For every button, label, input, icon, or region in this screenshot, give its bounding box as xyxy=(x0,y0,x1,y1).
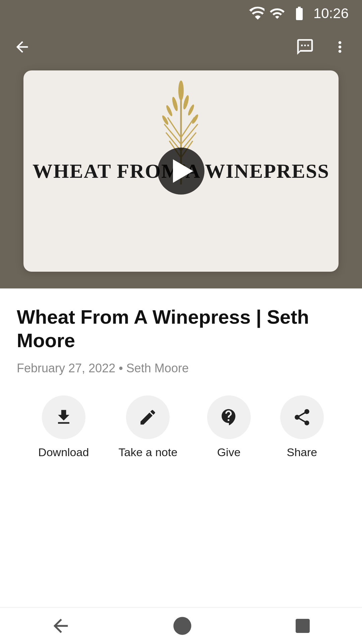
status-icons: 10:26 xyxy=(248,5,349,21)
wifi-icon xyxy=(248,5,264,21)
battery-icon xyxy=(290,5,309,21)
svg-rect-18 xyxy=(296,619,310,633)
share-icon xyxy=(292,408,312,427)
actions-row: Download Take a note Give xyxy=(17,395,345,459)
svg-line-1 xyxy=(168,117,181,138)
play-button[interactable] xyxy=(158,148,204,195)
sermon-author: Seth Moore xyxy=(126,361,189,375)
download-circle xyxy=(42,395,85,439)
nav-bar xyxy=(0,27,362,67)
download-icon xyxy=(54,408,73,427)
bottom-nav-bar xyxy=(0,607,362,644)
svg-point-10 xyxy=(171,96,179,112)
share-action[interactable]: Share xyxy=(280,395,324,459)
svg-point-9 xyxy=(178,80,184,101)
svg-point-12 xyxy=(165,105,173,117)
svg-point-13 xyxy=(187,104,195,116)
video-container: WHEAT FROM A WINEPRESS xyxy=(0,67,362,288)
status-bar: 10:26 xyxy=(0,0,362,27)
status-time: 10:26 xyxy=(313,5,349,21)
svg-point-11 xyxy=(182,95,190,110)
note-label: Take a note xyxy=(119,446,178,459)
signal-icon xyxy=(269,5,285,21)
sermon-date: February 27, 2022 xyxy=(17,361,115,375)
play-icon xyxy=(173,159,193,183)
give-icon xyxy=(219,408,239,427)
download-label: Download xyxy=(38,446,89,459)
video-thumbnail: WHEAT FROM A WINEPRESS xyxy=(23,70,339,272)
sermon-meta: February 27, 2022 • Seth Moore xyxy=(17,361,345,375)
more-options-button[interactable] xyxy=(331,38,349,56)
give-action[interactable]: Give xyxy=(207,395,251,459)
share-circle xyxy=(280,395,324,439)
take-a-note-action[interactable]: Take a note xyxy=(119,395,178,459)
give-circle xyxy=(207,395,251,439)
meta-separator: • xyxy=(119,361,126,375)
note-icon xyxy=(138,408,158,427)
sermon-title: Wheat From A Winepress | Seth Moore xyxy=(17,305,345,352)
content-area: Wheat From A Winepress | Seth Moore Febr… xyxy=(0,288,362,459)
back-button[interactable] xyxy=(13,38,31,56)
give-label: Give xyxy=(217,446,241,459)
recent-nav-button[interactable] xyxy=(293,616,312,635)
note-circle xyxy=(126,395,170,439)
share-label: Share xyxy=(287,446,317,459)
svg-point-17 xyxy=(173,617,191,635)
comment-button[interactable] xyxy=(296,38,314,56)
home-nav-button[interactable] xyxy=(172,615,193,637)
svg-point-14 xyxy=(161,115,170,126)
download-action[interactable]: Download xyxy=(38,395,89,459)
video-card: WHEAT FROM A WINEPRESS xyxy=(23,70,339,272)
svg-point-15 xyxy=(191,114,199,125)
back-nav-button[interactable] xyxy=(50,615,71,637)
svg-line-5 xyxy=(181,117,194,138)
